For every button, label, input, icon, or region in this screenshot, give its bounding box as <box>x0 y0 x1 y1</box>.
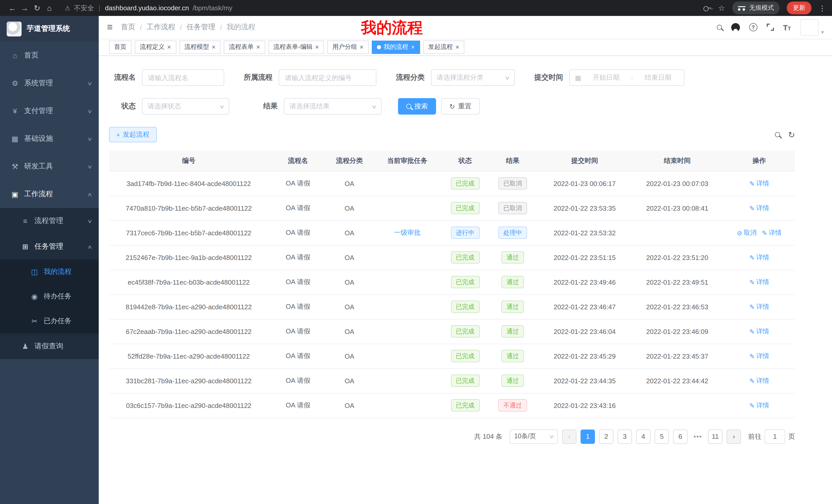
tab-发起流程[interactable]: 发起流程× <box>423 40 464 54</box>
sidebar-item-已办任务[interactable]: ✂已办任务 <box>0 309 99 333</box>
github-icon[interactable] <box>731 23 740 32</box>
process-name-input[interactable] <box>142 69 224 86</box>
search-button[interactable]: 搜索 <box>398 98 436 115</box>
detail-action[interactable]: ✎详情 <box>750 179 769 188</box>
filter-submit-time: 提交时间 ▦ 开始日期 - 结束日期 <box>531 69 684 86</box>
current-task-cell <box>371 270 443 295</box>
create-process-button[interactable]: + 发起流程 <box>109 127 157 142</box>
sidebar-item-我的流程[interactable]: ◫我的流程 <box>0 259 99 284</box>
address-bar[interactable]: ⚠ 不安全 | dashboard.yudao.iocoder.cn/bpm/t… <box>65 3 703 12</box>
close-icon[interactable]: × <box>212 44 215 50</box>
date-range-picker[interactable]: ▦ 开始日期 - 结束日期 <box>569 69 684 86</box>
reload-icon[interactable]: ↻ <box>31 3 43 12</box>
close-icon[interactable]: × <box>360 44 364 50</box>
prev-page-button[interactable]: ‹ <box>562 429 576 444</box>
edit-icon: ✎ <box>750 179 755 187</box>
breadcrumb-separator: / <box>220 23 222 31</box>
category-label: 流程分类 <box>393 73 425 82</box>
close-icon[interactable]: × <box>167 44 171 50</box>
status-select[interactable]: 请选择状态 ∨ <box>142 98 229 115</box>
home-icon[interactable]: ⌂ <box>43 4 55 12</box>
process-id-cell: 819442e8-7b9a-11ec-a290-acde48001122 <box>109 295 268 319</box>
detail-action[interactable]: ✎详情 <box>762 228 782 237</box>
sidebar-item-任务管理[interactable]: ⊞任务管理∧ <box>0 234 99 259</box>
refresh-icon[interactable]: ↻ <box>788 130 795 139</box>
table-row: 819442e8-7b9a-11ec-a290-acde48001122OA 请… <box>109 295 795 319</box>
sidebar-item-基础设施[interactable]: ▦基础设施∨ <box>0 125 99 152</box>
cancel-action[interactable]: ⊘取消 <box>737 228 757 237</box>
back-icon[interactable]: ← <box>6 4 19 12</box>
detail-action[interactable]: ✎详情 <box>750 352 769 360</box>
font-size-icon[interactable]: TT <box>783 23 791 32</box>
close-icon[interactable]: × <box>455 44 459 50</box>
tab-我的流程[interactable]: 我的流程× <box>372 40 420 54</box>
close-icon[interactable]: × <box>411 44 415 50</box>
detail-action[interactable]: ✎详情 <box>750 376 769 385</box>
sidebar-item-流程管理[interactable]: ≡流程管理∨ <box>0 208 99 234</box>
hamburger-icon[interactable]: ≡ <box>107 22 113 33</box>
tab-流程模型[interactable]: 流程模型× <box>179 40 220 54</box>
sidebar-item-系统管理[interactable]: ⚙系统管理∨ <box>0 69 99 97</box>
page-button-6[interactable]: 6 <box>673 429 687 444</box>
url-separator: | <box>99 4 101 12</box>
fullscreen-icon[interactable] <box>766 24 774 31</box>
tab-流程定义[interactable]: 流程定义× <box>135 40 176 54</box>
actions-cell: ✎详情 <box>724 196 795 220</box>
bookmark-star-icon[interactable]: ☆ <box>718 3 725 12</box>
forward-icon[interactable]: → <box>19 4 31 12</box>
update-button[interactable]: 更新 <box>787 2 811 15</box>
sidebar-item-首页[interactable]: ⌂首页 <box>0 41 99 69</box>
tab-流程表单-编辑[interactable]: 流程表单-编辑× <box>268 40 324 54</box>
app-logo[interactable]: 芋道管理系统 <box>0 16 99 41</box>
pagination-ellipsis[interactable]: ••• <box>692 432 704 440</box>
detail-action[interactable]: ✎详情 <box>750 204 769 213</box>
sidebar-item-支付管理[interactable]: ¥支付管理∨ <box>0 97 99 125</box>
sidebar-item-研发工具[interactable]: ⚒研发工具∨ <box>0 152 99 180</box>
user-menu[interactable]: ▾ <box>800 19 824 36</box>
page-button-2[interactable]: 2 <box>599 429 614 444</box>
status-badge: 已完成 <box>451 202 479 214</box>
page-button-5[interactable]: 5 <box>655 429 669 444</box>
parent-process-input[interactable] <box>279 69 376 86</box>
next-page-button[interactable]: › <box>727 429 741 444</box>
page-button-1[interactable]: 1 <box>580 429 595 444</box>
submit-time-cell: 2022-01-22 23:53:32 <box>538 220 631 245</box>
sidebar-item-工作流程[interactable]: ▣工作流程∧ <box>0 180 99 208</box>
close-icon[interactable]: × <box>256 44 260 50</box>
detail-action[interactable]: ✎详情 <box>750 278 769 286</box>
page-button-4[interactable]: 4 <box>636 429 650 444</box>
sidebar-item-待办任务[interactable]: ◉待办任务 <box>0 284 99 309</box>
toggle-search-icon[interactable] <box>775 132 780 137</box>
password-key-icon[interactable] <box>703 6 711 10</box>
detail-action[interactable]: ✎详情 <box>750 302 769 311</box>
help-icon[interactable]: ? <box>749 23 757 31</box>
reset-button[interactable]: ↻ 重置 <box>441 98 480 115</box>
sidebar-item-请假查询[interactable]: ♟请假查询 <box>0 333 99 359</box>
page-button-3[interactable]: 3 <box>618 429 632 444</box>
search-icon[interactable] <box>717 25 722 30</box>
breadcrumb-item[interactable]: 任务管理 <box>187 23 215 32</box>
close-icon[interactable]: × <box>315 44 319 50</box>
result-select[interactable]: 请选择流结果 ∨ <box>284 98 382 115</box>
category-select[interactable]: 请选择流程分类 ∨ <box>431 69 515 86</box>
tab-流程表单[interactable]: 流程表单× <box>224 40 265 54</box>
detail-action[interactable]: ✎详情 <box>750 401 769 410</box>
current-task-cell <box>371 319 443 344</box>
breadcrumb-item[interactable]: 首页 <box>121 23 135 32</box>
detail-action[interactable]: ✎详情 <box>750 253 769 262</box>
goto-page: 前往 页 <box>748 429 795 444</box>
detail-label: 详情 <box>756 352 769 360</box>
filter-status: 状态 请选择状态 ∨ <box>109 98 229 115</box>
status-cell: 已完成 <box>443 319 487 344</box>
tab-用户分组[interactable]: 用户分组× <box>327 40 369 54</box>
page-size-select[interactable]: 10条/页 ∨ <box>510 429 558 444</box>
detail-action[interactable]: ✎详情 <box>750 327 769 336</box>
browser-menu-icon[interactable]: ⋮ <box>818 4 826 12</box>
avatar[interactable] <box>800 19 818 36</box>
breadcrumb-item[interactable]: 工作流程 <box>147 23 175 32</box>
page-button-11[interactable]: 11 <box>708 429 723 444</box>
process-table-body: 3ad174fb-7b9d-11ec-8404-acde48001122OA 请… <box>109 171 795 418</box>
current-task-link[interactable]: 一级审批 <box>394 229 421 236</box>
tab-首页[interactable]: 首页 <box>109 40 132 54</box>
goto-page-input[interactable] <box>765 429 785 444</box>
